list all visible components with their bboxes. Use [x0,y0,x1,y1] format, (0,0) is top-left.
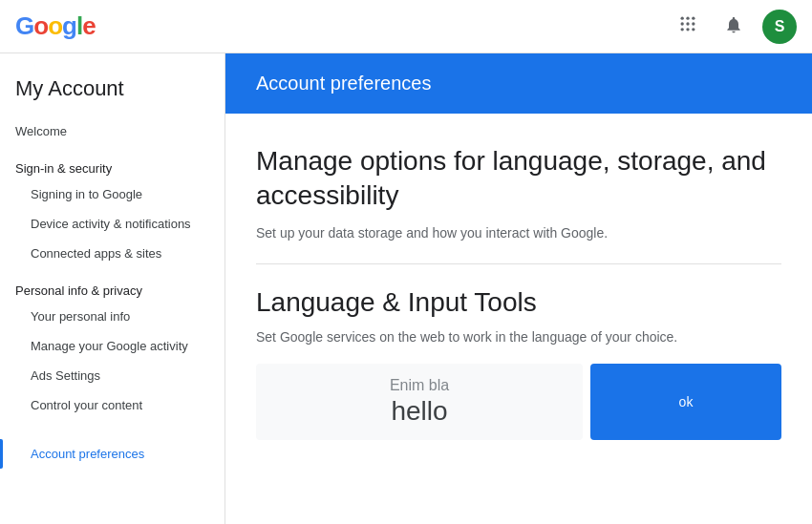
svg-point-6 [681,28,684,31]
app-header: Google S [0,0,812,53]
section1-title: Manage options for language, storage, an… [256,144,781,214]
sidebar-item-personal-info[interactable]: Your personal info [0,302,224,331]
notifications-button[interactable] [716,10,751,44]
sidebar-section-privacy: Personal info & privacy [0,268,224,302]
user-avatar-button[interactable]: S [762,10,797,44]
sidebar-item-ads-settings[interactable]: Ads Settings [0,361,224,390]
svg-point-4 [686,22,689,25]
hello-text: hello [391,396,447,427]
sidebar-item-control-content[interactable]: Control your content [0,390,224,420]
svg-point-5 [692,22,694,25]
section2-desc: Set Google services on the web to work i… [256,329,781,345]
svg-point-7 [686,28,689,31]
content-header-title: Account preferences [256,73,431,94]
foreign-text: Enim bla [390,377,449,394]
section1-desc: Set up your data storage and how you int… [256,225,781,241]
content-header: Account preferences [225,53,812,114]
main-content: Account preferences Manage options for l… [225,53,812,524]
content-body: Manage options for language, storage, an… [225,114,812,471]
svg-point-3 [681,22,684,25]
lang-card-button-label: ok [679,394,694,409]
bell-icon [724,15,743,37]
google-logo: Google [15,11,96,41]
sidebar-item-google-activity[interactable]: Manage your Google activity [0,331,224,361]
section2-title: Language & Input Tools [256,287,781,318]
sidebar-item-welcome[interactable]: Welcome [0,116,224,146]
lang-preview-card-left: Enim bla hello [256,364,583,440]
sidebar-section-preferences [0,420,224,439]
svg-point-8 [692,28,694,31]
language-preview: Enim bla hello ok [256,364,781,440]
divider [256,263,781,264]
sidebar-item-signing-in[interactable]: Signing in to Google [0,179,224,209]
sidebar: My Account Welcome Sign-in & security Si… [0,53,225,524]
svg-point-1 [686,17,689,20]
main-layout: My Account Welcome Sign-in & security Si… [0,53,812,524]
sidebar-title: My Account [0,53,224,116]
sidebar-item-connected-apps[interactable]: Connected apps & sites [0,239,224,268]
sidebar-item-device-activity[interactable]: Device activity & notifications [0,209,224,239]
header-icons: S [671,10,797,44]
lang-preview-card-btn[interactable]: ok [590,364,781,440]
svg-point-2 [692,17,694,20]
sidebar-item-account-preferences[interactable]: Account preferences [0,439,224,469]
grid-icon [678,14,697,38]
svg-point-0 [681,17,684,20]
grid-apps-button[interactable] [671,10,705,44]
sidebar-section-signin: Sign-in & security [0,146,224,179]
avatar-letter: S [775,18,785,35]
